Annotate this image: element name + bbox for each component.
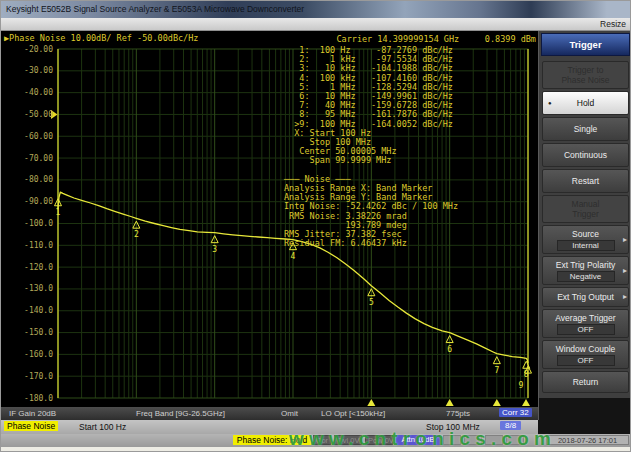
softkey-label: Manual: [543, 199, 628, 209]
softkey-trigger-to: Trigger toPhase Noise: [542, 61, 629, 89]
softkey-manual: ManualTrigger: [542, 195, 629, 223]
status1-lo-opt-150khz: LO Opt [<150kHz]: [321, 409, 385, 418]
softkey-label: Ext Trig Output: [543, 292, 628, 302]
softkey-average-trigger[interactable]: Average TriggerOFF: [542, 309, 629, 338]
softkey-label: Source: [543, 229, 628, 239]
submenu-arrow-icon: ▸: [623, 292, 627, 301]
y-tick-label: -100.0: [9, 219, 53, 228]
submenu-arrow-icon: ▸: [623, 266, 627, 275]
marker-number-label: 2: [134, 230, 139, 239]
bottom-band-tick-icon: [367, 399, 375, 406]
marker-number-label: 7: [494, 366, 499, 375]
softkey-label: Ext Trig Polarity: [543, 260, 628, 270]
softkey-label: Trigger to: [543, 65, 628, 75]
bottom-band-tick-icon: [493, 399, 501, 406]
y-tick-label: -40.00: [9, 88, 53, 97]
softkey-menu-title: Trigger: [541, 33, 630, 56]
y-tick-label: -60.00: [9, 132, 53, 141]
trace-scale-header: ▶Phase Noise 10.00dB/ Ref -50.00dBc/Hz: [4, 33, 198, 43]
y-tick-label: -180.0: [9, 394, 53, 403]
softkey-label: Continuous: [543, 150, 628, 160]
softkey-panel: Trigger Trigger toPhase Noise●HoldSingle…: [538, 31, 631, 434]
y-tick-label: -170.0: [9, 372, 53, 381]
marker-number-label: 6: [447, 345, 452, 354]
marker-and-noise-readout: 1: 100 Hz -87.2769 dBc/Hz 2: 1 kHz -97.5…: [284, 46, 458, 248]
y-tick-label: -140.0: [9, 306, 53, 315]
y-tick-label: -70.00: [9, 154, 53, 163]
marker-number-label: 1: [56, 208, 61, 217]
application-window: Keysight E5052B Signal Source Analyzer &…: [0, 0, 631, 452]
softkey-ext-trig-polarity[interactable]: Ext Trig PolarityNegative▸: [542, 256, 629, 285]
marker-number-label: 3: [212, 245, 217, 254]
softkey-label: Restart: [543, 176, 628, 186]
y-tick-label: -130.0: [9, 284, 53, 293]
softkey-label: Average Trigger: [543, 313, 628, 323]
softkey-label-line2: Trigger: [543, 209, 628, 219]
y-tick-label: -30.00: [9, 66, 53, 75]
softkey-return[interactable]: Return: [542, 371, 629, 393]
y-tick-label: -20.00: [9, 45, 53, 54]
marker-number-label: 8: [524, 370, 529, 379]
softkey-continuous[interactable]: Continuous: [542, 143, 629, 167]
softkey-single[interactable]: Single: [542, 117, 629, 141]
softkey-buttons: Trigger toPhase Noise●HoldSingleContinuo…: [539, 60, 631, 394]
selected-bullet-icon: ●: [548, 100, 552, 106]
y-tick-label: -120.0: [9, 263, 53, 272]
softkey-source[interactable]: SourceInternal▸: [542, 225, 629, 254]
softkey-hold[interactable]: ●Hold: [542, 91, 629, 115]
softkey-value: OFF: [557, 324, 615, 335]
marker-number-label: 9: [519, 381, 524, 390]
softkey-ext-trig-output[interactable]: Ext Trig Output▸: [542, 287, 629, 307]
marker-number-label: 5: [369, 298, 374, 307]
y-tick-label: -110.0: [9, 241, 53, 250]
submenu-arrow-icon: ▸: [623, 235, 627, 244]
status1-omit: Omit: [281, 409, 298, 418]
status-bar-measurement: IF Gain 20dBFreq Band [9G-26.5GHz]OmitLO…: [1, 407, 538, 420]
carrier-readout: Carrier 14.399999154 GHz 0.8399 dBm: [251, 34, 536, 44]
softkey-label: Hold: [543, 98, 628, 108]
y-tick-label: -50.00: [9, 110, 53, 119]
watermark-text: www.cntronics.com: [289, 429, 556, 450]
softkey-value: Internal: [557, 240, 615, 251]
softkey-label: Single: [543, 124, 628, 134]
softkey-label: Window Couple: [543, 344, 628, 354]
softkey-value: Negative: [557, 271, 615, 282]
status1-freq-band-9g-26-5ghz: Freq Band [9G-26.5GHz]: [136, 409, 225, 418]
channel-badge: Phase Noise: [4, 421, 58, 431]
softkey-value: OFF: [557, 355, 615, 366]
bottom-band-tick-icon: [522, 399, 530, 406]
status1-corr-32: Corr 32: [499, 408, 532, 417]
status1-775pts: 775pts: [446, 409, 470, 418]
softkey-label-line2: Phase Noise: [543, 75, 628, 85]
y-tick-label: -160.0: [9, 350, 53, 359]
marker-number-label: 4: [291, 252, 296, 261]
softkey-window-couple[interactable]: Window CoupleOFF: [542, 340, 629, 369]
y-tick-label: -150.0: [9, 328, 53, 337]
bottom-band-tick-icon: [446, 399, 454, 406]
softkey-label: Return: [543, 377, 628, 387]
status3-2018-07-26-17-01: 2018-07-26 17:01: [546, 435, 629, 445]
y-tick-label: -90.00: [9, 197, 53, 206]
y-tick-label: -80.00: [9, 175, 53, 184]
sweep-start-label: Start 100 Hz: [79, 422, 126, 432]
status1-if-gain-20db: IF Gain 20dB: [9, 409, 56, 418]
softkey-restart[interactable]: Restart: [542, 169, 629, 193]
